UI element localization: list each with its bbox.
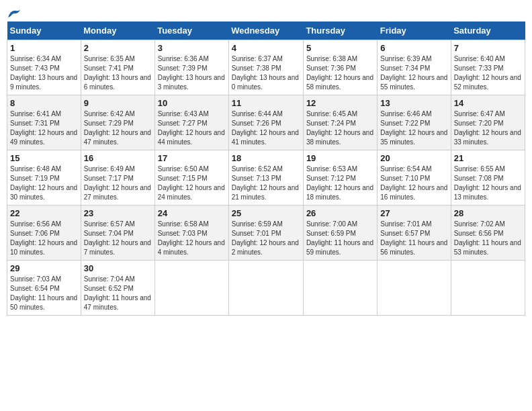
calendar-week-1: 1Sunrise: 6:34 AMSunset: 7:43 PMDaylight… <box>7 40 525 95</box>
calendar-cell-empty <box>228 261 303 316</box>
calendar-cell-29: 29Sunrise: 7:03 AMSunset: 6:54 PMDayligh… <box>7 261 81 316</box>
calendar-cell-7: 7Sunrise: 6:40 AMSunset: 7:33 PMDaylight… <box>451 40 525 95</box>
calendar-cell-22: 22Sunrise: 6:56 AMSunset: 7:06 PMDayligh… <box>7 205 81 261</box>
calendar-week-3: 15Sunrise: 6:48 AMSunset: 7:19 PMDayligh… <box>7 150 525 205</box>
calendar-cell-empty <box>451 261 525 316</box>
calendar-week-2: 8Sunrise: 6:41 AMSunset: 7:31 PMDaylight… <box>7 95 525 150</box>
calendar-cell-26: 26Sunrise: 7:00 AMSunset: 6:59 PMDayligh… <box>303 205 377 261</box>
calendar-cell-14: 14Sunrise: 6:47 AMSunset: 7:20 PMDayligh… <box>451 95 525 150</box>
calendar-cell-16: 16Sunrise: 6:49 AMSunset: 7:17 PMDayligh… <box>81 150 154 205</box>
calendar-cell-15: 15Sunrise: 6:48 AMSunset: 7:19 PMDayligh… <box>7 150 81 205</box>
calendar-cell-30: 30Sunrise: 7:04 AMSunset: 6:52 PMDayligh… <box>81 261 154 316</box>
col-header-wednesday: Wednesday <box>228 21 303 40</box>
calendar-cell-11: 11Sunrise: 6:44 AMSunset: 7:26 PMDayligh… <box>228 95 303 150</box>
calendar-cell-4: 4Sunrise: 6:37 AMSunset: 7:38 PMDaylight… <box>228 40 303 95</box>
col-header-tuesday: Tuesday <box>154 21 228 40</box>
calendar-week-4: 22Sunrise: 6:56 AMSunset: 7:06 PMDayligh… <box>7 205 525 261</box>
calendar-cell-20: 20Sunrise: 6:54 AMSunset: 7:10 PMDayligh… <box>378 150 451 205</box>
calendar-cell-18: 18Sunrise: 6:52 AMSunset: 7:13 PMDayligh… <box>228 150 303 205</box>
calendar-cell-1: 1Sunrise: 6:34 AMSunset: 7:43 PMDaylight… <box>7 40 81 95</box>
calendar-table: SundayMondayTuesdayWednesdayThursdayFrid… <box>7 21 525 316</box>
calendar-cell-8: 8Sunrise: 6:41 AMSunset: 7:31 PMDaylight… <box>7 95 81 150</box>
calendar-cell-28: 28Sunrise: 7:02 AMSunset: 6:56 PMDayligh… <box>451 205 525 261</box>
calendar-cell-2: 2Sunrise: 6:35 AMSunset: 7:41 PMDaylight… <box>81 40 154 95</box>
calendar-cell-12: 12Sunrise: 6:45 AMSunset: 7:24 PMDayligh… <box>303 95 377 150</box>
calendar-header-row: SundayMondayTuesdayWednesdayThursdayFrid… <box>7 21 525 40</box>
calendar-cell-24: 24Sunrise: 6:58 AMSunset: 7:03 PMDayligh… <box>154 205 228 261</box>
calendar-cell-10: 10Sunrise: 6:43 AMSunset: 7:27 PMDayligh… <box>154 95 228 150</box>
logo-bird-icon <box>7 8 21 19</box>
calendar-cell-9: 9Sunrise: 6:42 AMSunset: 7:29 PMDaylight… <box>81 95 154 150</box>
col-header-thursday: Thursday <box>303 21 377 40</box>
calendar-cell-25: 25Sunrise: 6:59 AMSunset: 7:01 PMDayligh… <box>228 205 303 261</box>
header <box>7 7 525 16</box>
calendar-cell-23: 23Sunrise: 6:57 AMSunset: 7:04 PMDayligh… <box>81 205 154 261</box>
calendar-cell-17: 17Sunrise: 6:50 AMSunset: 7:15 PMDayligh… <box>154 150 228 205</box>
calendar-cell-3: 3Sunrise: 6:36 AMSunset: 7:39 PMDaylight… <box>154 40 228 95</box>
calendar-cell-empty <box>303 261 377 316</box>
calendar-cell-5: 5Sunrise: 6:38 AMSunset: 7:36 PMDaylight… <box>303 40 377 95</box>
col-header-sunday: Sunday <box>7 21 81 40</box>
calendar-cell-6: 6Sunrise: 6:39 AMSunset: 7:34 PMDaylight… <box>378 40 451 95</box>
calendar-cell-27: 27Sunrise: 7:01 AMSunset: 6:57 PMDayligh… <box>378 205 451 261</box>
col-header-friday: Friday <box>378 21 451 40</box>
col-header-monday: Monday <box>81 21 154 40</box>
calendar-cell-21: 21Sunrise: 6:55 AMSunset: 7:08 PMDayligh… <box>451 150 525 205</box>
calendar-cell-19: 19Sunrise: 6:53 AMSunset: 7:12 PMDayligh… <box>303 150 377 205</box>
col-header-saturday: Saturday <box>451 21 525 40</box>
calendar-week-5: 29Sunrise: 7:03 AMSunset: 6:54 PMDayligh… <box>7 261 525 316</box>
calendar-cell-13: 13Sunrise: 6:46 AMSunset: 7:22 PMDayligh… <box>378 95 451 150</box>
calendar-cell-empty <box>154 261 228 316</box>
calendar-cell-empty <box>378 261 451 316</box>
